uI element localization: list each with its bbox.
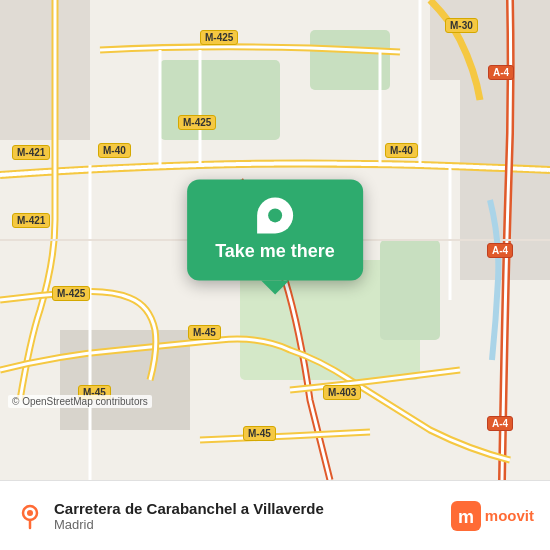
svg-rect-2	[310, 30, 390, 90]
road-label-a4-mid: A-4	[487, 243, 513, 258]
location-city: Madrid	[54, 517, 441, 532]
svg-rect-6	[0, 0, 90, 140]
location-icon	[16, 502, 44, 530]
road-label-m425-top: M-425	[200, 30, 238, 45]
map-container: M-425 M-30 A-4 M-421 M-425 M-40 M-40 M-4…	[0, 0, 550, 480]
bottom-bar: Carretera de Carabanchel a Villaverde Ma…	[0, 480, 550, 550]
svg-rect-5	[380, 240, 440, 340]
location-info: Carretera de Carabanchel a Villaverde Ma…	[54, 500, 441, 532]
take-me-there-button[interactable]: Take me there	[187, 179, 363, 280]
road-label-m425-bot: M-425	[52, 286, 90, 301]
moovit-logo-icon: m moovit	[451, 501, 534, 531]
road-label-m403: M-403	[323, 385, 361, 400]
svg-point-19	[27, 510, 33, 516]
road-label-a4-top: A-4	[488, 65, 514, 80]
location-name: Carretera de Carabanchel a Villaverde	[54, 500, 441, 517]
location-pin-icon	[250, 190, 301, 241]
popup-button-label: Take me there	[215, 241, 335, 262]
road-label-m40-top: M-40	[98, 143, 131, 158]
road-label-m40-right: M-40	[385, 143, 418, 158]
road-label-m45-bot: M-45	[243, 426, 276, 441]
road-label-m425-mid: M-425	[178, 115, 216, 130]
road-label-m30: M-30	[445, 18, 478, 33]
road-label-m421-mid: M-421	[12, 213, 50, 228]
road-label-m45-left: M-45	[188, 325, 221, 340]
map-attribution: © OpenStreetMap contributors	[8, 395, 152, 408]
svg-text:m: m	[458, 507, 474, 527]
road-label-m421-left: M-421	[12, 145, 50, 160]
road-label-a4-bot: A-4	[487, 416, 513, 431]
